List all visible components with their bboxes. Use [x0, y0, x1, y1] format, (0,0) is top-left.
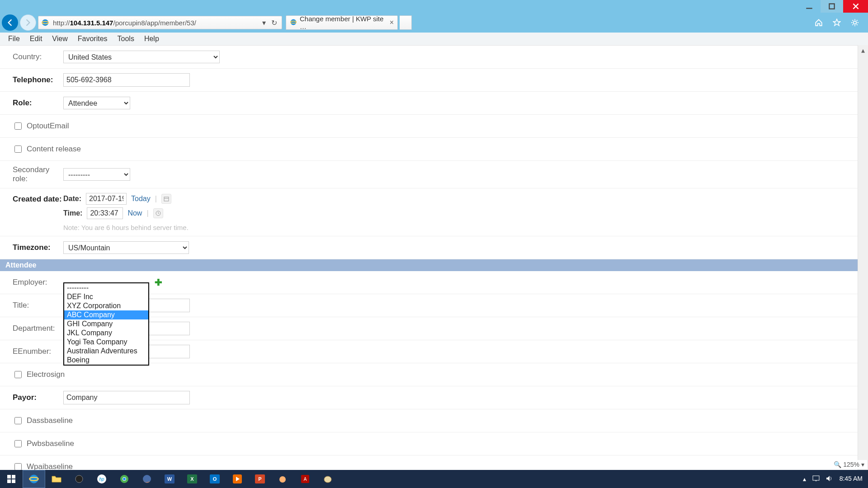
window-titlebar	[0, 0, 868, 13]
taskbar-explorer[interactable]	[45, 470, 68, 488]
label-eenumber: EEnumber:	[13, 347, 63, 356]
browser-navbar: http://104.131.5.147/porcupin8/app/membe…	[0, 13, 868, 33]
date-input[interactable]	[86, 193, 127, 205]
ie-favicon-icon	[290, 19, 297, 27]
pwbsbaseline-checkbox[interactable]: Pwbsbaseline	[13, 439, 74, 449]
employer-select-open[interactable]: ---------DEF IncXYZ CorporationABC Compa…	[63, 282, 149, 366]
taskbar-word[interactable]: W	[158, 470, 181, 488]
employer-option[interactable]: Boeing	[64, 356, 148, 365]
row-country: Country: United States	[0, 46, 858, 69]
taskbar-chrome[interactable]	[113, 470, 136, 488]
taskbar-excel[interactable]: X	[181, 470, 203, 488]
now-link[interactable]: Now	[127, 209, 142, 217]
employer-option[interactable]: ---------	[64, 283, 148, 292]
favorites-icon[interactable]	[831, 17, 843, 28]
payor-input[interactable]	[63, 391, 190, 404]
menu-edit[interactable]: Edit	[25, 34, 47, 44]
time-input[interactable]	[87, 207, 123, 219]
settings-icon[interactable]	[849, 17, 861, 28]
close-icon	[852, 2, 860, 10]
minimize-button[interactable]	[798, 0, 821, 13]
restore-button[interactable]	[821, 0, 843, 13]
taskbar-app-2[interactable]	[271, 470, 294, 488]
start-button[interactable]	[0, 470, 23, 488]
dassbaseline-input[interactable]	[14, 417, 22, 424]
vertical-scrollbar[interactable]: ▴	[858, 45, 868, 470]
taskbar-powerpoint[interactable]: P	[249, 470, 271, 488]
row-optout-email: OptoutEmail	[0, 115, 858, 138]
browser-tab[interactable]: Change member | KWP site … ×	[286, 15, 398, 30]
zoom-icon: 🔍	[834, 461, 841, 468]
calendar-icon[interactable]	[161, 194, 171, 204]
tray-action-center-icon[interactable]	[812, 475, 820, 483]
country-select[interactable]: United States	[63, 51, 220, 63]
dassbaseline-checkbox[interactable]: Dassbaseline	[13, 416, 73, 426]
taskbar-hp[interactable]: hp	[90, 470, 113, 488]
tray-up-icon[interactable]: ▴	[803, 475, 806, 483]
tray-volume-icon[interactable]	[826, 475, 833, 483]
row-secondary-role: Secondary role: ---------	[0, 161, 858, 188]
pdf-icon: A	[301, 475, 309, 483]
role-select[interactable]: Attendee	[63, 97, 130, 109]
taskbar-acrobat[interactable]: A	[294, 470, 316, 488]
taskbar-ie[interactable]	[23, 470, 45, 488]
tab-close-button[interactable]: ×	[390, 19, 394, 26]
menu-help[interactable]: Help	[140, 34, 164, 44]
menu-favorites[interactable]: Favorites	[73, 34, 112, 44]
wpaibaseline-input[interactable]	[14, 463, 22, 470]
label-title: Title:	[13, 301, 63, 310]
add-employer-icon[interactable]: ✚	[155, 277, 162, 288]
employer-option[interactable]: Yogi Tea Company	[64, 338, 148, 347]
electrosign-checkbox[interactable]: Electrosign	[13, 370, 65, 380]
label-payor: Payor:	[13, 393, 63, 402]
back-button[interactable]	[2, 14, 18, 31]
electrosign-input[interactable]	[14, 371, 22, 378]
row-payor: Payor:	[0, 386, 858, 409]
employer-option[interactable]: JKL Company	[64, 328, 148, 338]
menu-file[interactable]: File	[4, 34, 24, 44]
telephone-input[interactable]	[63, 73, 190, 87]
label-telephone: Telephone:	[13, 75, 63, 84]
svg-point-22	[143, 475, 151, 483]
taskbar-media[interactable]	[226, 470, 249, 488]
optout-email-input[interactable]	[14, 122, 22, 130]
pwbsbaseline-input[interactable]	[14, 440, 22, 447]
home-icon[interactable]	[813, 17, 825, 28]
svg-rect-11	[12, 475, 15, 479]
refresh-icon[interactable]: ↻	[269, 19, 279, 27]
circle-icon	[75, 474, 84, 483]
taskbar-outlook[interactable]: O	[203, 470, 226, 488]
employer-option[interactable]: ABC Company	[64, 310, 148, 319]
forward-button[interactable]	[20, 14, 36, 31]
zoom-level[interactable]: 🔍 125% ▾	[831, 460, 867, 469]
taskbar-app-1[interactable]	[68, 470, 90, 488]
taskbar-paint[interactable]	[316, 470, 339, 488]
employer-option[interactable]: DEF Inc	[64, 292, 148, 301]
content-release-checkbox[interactable]: Content release	[13, 144, 81, 154]
tray-clock[interactable]: 8:45 AM	[840, 475, 863, 482]
svg-text:O: O	[213, 476, 217, 482]
svg-text:A: A	[304, 477, 307, 482]
scroll-up-icon[interactable]: ▴	[858, 45, 868, 55]
timezone-select[interactable]: US/Mountain	[63, 241, 189, 254]
employer-option[interactable]: Australian Adventures	[64, 347, 148, 356]
content-release-input[interactable]	[14, 145, 22, 153]
address-dropdown-icon[interactable]: ▾	[259, 19, 269, 27]
window-close-button[interactable]	[843, 0, 868, 13]
secondary-role-select[interactable]: ---------	[63, 168, 130, 181]
label-secondary-role: Secondary role:	[13, 165, 63, 183]
wpaibaseline-checkbox[interactable]: Wpaibaseline	[13, 462, 73, 470]
address-url: http://104.131.5.147/porcupin8/app/membe…	[53, 19, 259, 27]
menu-tools[interactable]: Tools	[113, 34, 139, 44]
taskbar-firefox[interactable]	[136, 470, 158, 488]
label-employer: Employer:	[13, 278, 63, 287]
new-tab-button[interactable]	[400, 15, 412, 30]
today-link[interactable]: Today	[131, 195, 151, 203]
employer-option[interactable]: XYZ Corporation	[64, 301, 148, 310]
clock-icon[interactable]	[153, 208, 163, 218]
employer-option[interactable]: GHI Company	[64, 319, 148, 328]
optout-email-checkbox[interactable]: OptoutEmail	[13, 121, 69, 131]
taskbar: hp W X O P A ▴ 8:45 AM	[0, 470, 868, 488]
menu-view[interactable]: View	[47, 34, 72, 44]
address-bar[interactable]: http://104.131.5.147/porcupin8/app/membe…	[38, 16, 282, 29]
